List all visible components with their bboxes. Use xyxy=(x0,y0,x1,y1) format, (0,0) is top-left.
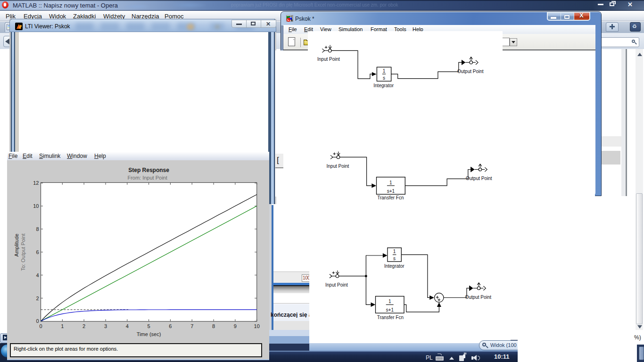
svg-text:3: 3 xyxy=(104,323,107,329)
svg-text:From: Input Point: From: Input Point xyxy=(127,175,167,181)
svg-text:Step Response: Step Response xyxy=(128,167,169,173)
svg-text:0: 0 xyxy=(36,318,39,324)
svg-text:Output Point: Output Point xyxy=(465,295,492,300)
svg-text:s+1: s+1 xyxy=(386,307,394,313)
svg-text:10: 10 xyxy=(33,203,39,209)
svg-text:Transfer Fcn: Transfer Fcn xyxy=(377,315,404,320)
svg-text:8: 8 xyxy=(212,323,215,329)
svg-text:Input Point: Input Point xyxy=(317,57,340,62)
svg-text:Output Point: Output Point xyxy=(466,176,492,181)
svg-text:Integrator: Integrator xyxy=(384,263,405,269)
svg-text:To: Output Point: To: Output Point xyxy=(20,234,26,271)
svg-text:Input Point: Input Point xyxy=(325,282,348,288)
svg-text:Amplitude: Amplitude xyxy=(14,234,19,257)
svg-text:1: 1 xyxy=(388,299,391,304)
svg-text:10: 10 xyxy=(254,323,260,329)
svg-text:s+1: s+1 xyxy=(387,189,395,194)
svg-text:1: 1 xyxy=(383,68,386,74)
svg-text:5: 5 xyxy=(148,323,150,329)
svg-text:9: 9 xyxy=(234,323,237,329)
svg-text:1: 1 xyxy=(389,180,392,185)
svg-text:7: 7 xyxy=(190,323,193,329)
svg-text:Input Point: Input Point xyxy=(327,164,349,169)
svg-text:Integrator: Integrator xyxy=(373,83,394,88)
svg-text:4: 4 xyxy=(36,272,39,278)
svg-text:8: 8 xyxy=(36,226,39,232)
svg-text:12: 12 xyxy=(33,180,39,186)
svg-text:6: 6 xyxy=(36,249,39,255)
svg-text:6: 6 xyxy=(169,323,172,329)
svg-text:2: 2 xyxy=(83,323,85,329)
svg-text:1: 1 xyxy=(393,249,396,254)
svg-text:2: 2 xyxy=(36,296,39,301)
svg-text:Transfer Fcn: Transfer Fcn xyxy=(377,195,404,200)
svg-text:s: s xyxy=(383,75,385,81)
svg-text:0: 0 xyxy=(39,323,42,329)
svg-text:4: 4 xyxy=(126,323,129,329)
svg-text:1: 1 xyxy=(61,323,64,329)
svg-text:Output Point: Output Point xyxy=(457,69,484,74)
svg-text:Time (sec): Time (sec) xyxy=(137,331,161,337)
svg-text:s: s xyxy=(393,256,396,261)
